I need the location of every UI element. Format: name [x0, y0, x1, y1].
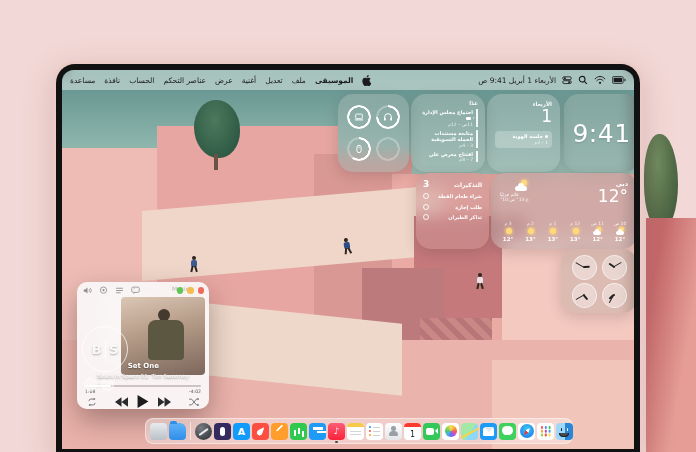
calendar-tomorrow-widget[interactable]: غدًا اجتماع مجلس الإدارة 11ص – 12م متابع… — [411, 94, 485, 172]
tomorrow-event[interactable]: متابعة مستندات الحملة التسويقية 3 – 4م — [418, 130, 478, 148]
control-center-icon[interactable] — [562, 75, 572, 85]
maps-icon[interactable] — [461, 423, 478, 440]
hour-temp: 13° — [567, 236, 583, 242]
up-next-list-icon[interactable] — [115, 286, 124, 295]
event-time: 3 – 4م — [418, 143, 473, 148]
menu-datetime[interactable]: الأربعاء 1 أبريل 9:41 ص — [478, 76, 556, 85]
contacts-icon[interactable] — [385, 423, 402, 440]
rocket-app-icon[interactable] — [252, 423, 269, 440]
analog-clock — [572, 255, 597, 280]
headphones-icon — [383, 112, 393, 122]
analog-clock — [602, 283, 627, 308]
partly-cloudy-icon — [515, 180, 529, 191]
podcasts-icon[interactable] — [214, 423, 231, 440]
ipad-device: الموسيقى ملف تعديل أغنية عرض عناصر التحك… — [53, 61, 643, 452]
music-app-icon[interactable]: ♪ — [328, 423, 345, 440]
reminders-app-icon[interactable] — [366, 423, 383, 440]
menu-view[interactable]: عرض — [215, 76, 233, 85]
favorite-star-button[interactable]: ☆ — [101, 378, 114, 391]
event-title: اجتماع مجلس الإدارة — [422, 109, 473, 115]
hour-temp: 13° — [522, 236, 538, 242]
calendar-day-widget[interactable]: الأربعاء 1 جلسة الهوية 1 – 2م — [487, 94, 560, 172]
more-options-button[interactable]: ••• — [84, 378, 97, 391]
menu-app-name[interactable]: الموسيقى — [315, 76, 354, 85]
minimize-button[interactable] — [187, 287, 194, 294]
menu-edit[interactable]: تعديل — [265, 76, 282, 85]
facetime-icon[interactable] — [423, 423, 440, 440]
battery-icon[interactable] — [612, 75, 626, 85]
world-clock-widget[interactable] — [561, 249, 634, 313]
screen: الموسيقى ملف تعديل أغنية عرض عناصر التحك… — [62, 70, 634, 449]
wallpaper-tree — [194, 100, 240, 158]
lyrics-icon[interactable]: " — [131, 286, 140, 295]
tomorrow-event[interactable]: اجتماع مجلس الإدارة 11ص – 12م — [418, 109, 478, 127]
menu-file[interactable]: ملف — [292, 76, 306, 85]
app-store-icon[interactable]: A — [233, 423, 250, 440]
launchpad-icon[interactable] — [537, 423, 554, 440]
wallpaper-tree-trunk — [214, 154, 218, 170]
airplay-audio-icon[interactable] — [99, 286, 108, 295]
rewind-button[interactable] — [115, 397, 128, 407]
repeat-icon[interactable] — [87, 397, 97, 406]
calendar-day-number: 1 — [495, 107, 552, 126]
track-title: Beats In Space 01: Tim Sweeney — [81, 373, 205, 379]
hour-temp: 12° — [612, 236, 628, 242]
sunny-icon — [548, 227, 557, 235]
clock-widget-time: 9:41 — [572, 119, 630, 148]
menu-song[interactable]: أغنية — [242, 76, 257, 85]
hour-label: 10 ص — [612, 221, 628, 226]
traffic-lights — [177, 287, 205, 294]
weather-widget[interactable]: دبي 12° غائم جزئيًا ع:13° ص:10° 10 ص12° … — [491, 173, 634, 249]
photos-icon[interactable] — [442, 423, 459, 440]
close-button[interactable] — [198, 287, 205, 294]
menu-help[interactable]: مساعدة — [70, 76, 95, 85]
transport-controls — [77, 394, 209, 409]
search-icon[interactable] — [578, 75, 588, 85]
batteries-widget[interactable] — [338, 94, 409, 172]
background-plant — [644, 134, 678, 230]
menu-window[interactable]: نافذة — [104, 76, 120, 85]
keynote-icon[interactable] — [309, 423, 326, 440]
hour-label: 1 م — [545, 221, 561, 226]
finder-icon[interactable] — [556, 423, 573, 440]
pages-icon[interactable] — [271, 423, 288, 440]
trash-icon[interactable] — [150, 423, 167, 440]
background-red-shape — [646, 218, 696, 452]
calendar-event[interactable]: جلسة الهوية 1 – 2م — [495, 131, 552, 148]
menu-account[interactable]: الحساب — [129, 76, 154, 85]
menu-bar: الموسيقى ملف تعديل أغنية عرض عناصر التحك… — [62, 70, 634, 90]
safari-icon[interactable] — [518, 423, 535, 440]
mail-icon[interactable] — [480, 423, 497, 440]
wifi-icon[interactable] — [594, 75, 606, 85]
reminders-widget[interactable]: التذكيرات 3 شراء طعام القطة طلب إجازة تذ… — [416, 173, 489, 249]
numbers-icon[interactable] — [290, 423, 307, 440]
battery-ring-mouse — [347, 137, 371, 161]
event-time: 11ص – 12م — [418, 122, 473, 127]
reminder-checkbox[interactable] — [423, 204, 429, 210]
reminder-checkbox[interactable] — [423, 193, 429, 199]
volume-icon[interactable] — [83, 286, 92, 295]
mouse-icon — [354, 144, 364, 154]
shuffle-icon[interactable] — [189, 397, 199, 406]
tomorrow-event[interactable]: افتتاح معرض علي 7 – 8م — [418, 151, 478, 162]
music-mini-player-window[interactable]: Music " Set One BS ••• ☆ — [77, 282, 209, 409]
notes-icon[interactable] — [347, 423, 364, 440]
tomorrow-header: غدًا — [418, 100, 478, 106]
reminder-label: طلب إجازة — [432, 204, 482, 210]
event-title: متابعة مستندات الحملة التسويقية — [418, 130, 473, 143]
fast-forward-button[interactable] — [158, 397, 171, 407]
calendar-app-icon[interactable]: 1 — [404, 423, 421, 440]
reminder-checkbox[interactable] — [423, 214, 429, 220]
menu-controls[interactable]: عناصر التحكم — [163, 76, 206, 85]
play-button[interactable] — [137, 395, 149, 408]
status-area: الأربعاء 1 أبريل 9:41 ص — [478, 75, 626, 85]
apple-logo-icon[interactable] — [362, 75, 371, 86]
reminders-title: التذكيرات — [454, 181, 482, 188]
clock-widget[interactable]: 9:41 — [564, 94, 634, 172]
downloads-folder-icon[interactable] — [169, 423, 186, 440]
messages-icon[interactable] — [499, 423, 516, 440]
zoom-button[interactable] — [177, 287, 184, 294]
garageband-icon[interactable] — [195, 423, 212, 440]
weather-high-low: ع:13° ص:10° — [500, 197, 529, 202]
hour-temp: 12° — [590, 236, 606, 242]
